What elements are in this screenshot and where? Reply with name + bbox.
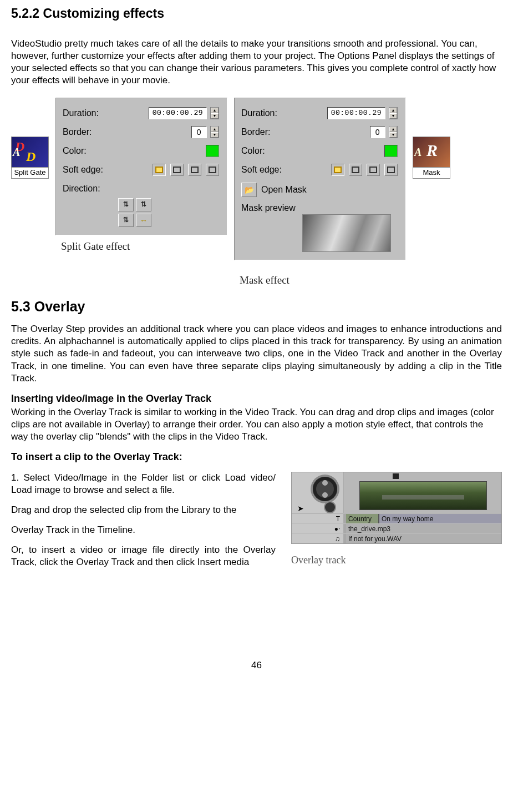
overlay-timeline: ➤ T Country On my way home	[291, 472, 502, 544]
overlay-track-caption: Overlay track	[291, 554, 502, 567]
spinner-up-icon[interactable]: ▲	[211, 108, 219, 113]
music-clip[interactable]: If not for you.WAV	[346, 534, 501, 543]
border-spinner[interactable]: ▲ ▼	[389, 126, 398, 138]
border-label: Border:	[241, 127, 292, 138]
split-gate-panel: Duration: 00:00:00.29 ▲ ▼ Border: 0	[55, 98, 227, 235]
softedge-option-2[interactable]	[170, 164, 184, 176]
spinner-up-icon[interactable]: ▲	[211, 127, 219, 132]
audio-track-icon: ●ᐧ	[292, 524, 344, 533]
duration-label: Duration:	[63, 108, 114, 119]
border-field[interactable]: 0	[191, 126, 207, 138]
thumb-split-gate-label: Split Gate	[11, 168, 49, 179]
para-intro: VideoStudio pretty much takes care of al…	[11, 38, 502, 87]
thumb-mask-image: R A	[413, 137, 450, 168]
spinner-down-icon[interactable]: ▼	[389, 132, 397, 138]
heading-5-2-2: 5.2.2 Customizing effects	[11, 6, 502, 22]
split-gate-caption: Split Gate effect	[55, 240, 227, 254]
para-inserting: Working in the Overlay Track is similar …	[11, 406, 502, 443]
effect-panels-row: D D A Split Gate Duration: 00:00:00.29 ▲…	[11, 98, 502, 287]
step-1: 1. Select Video/Image in the Folder list…	[11, 472, 276, 496]
title-track-row[interactable]: T Country On my way home	[292, 513, 501, 523]
direction-label: Direction:	[63, 183, 114, 195]
playhead-handle-icon[interactable]	[393, 473, 399, 479]
title-clip-a[interactable]: Country	[346, 514, 379, 523]
color-label: Color:	[241, 145, 292, 157]
page-number: 46	[11, 659, 502, 672]
sub-to-insert: To insert a clip to the Overlay Track:	[11, 451, 502, 463]
duration-spinner[interactable]: ▲ ▼	[389, 107, 398, 119]
duration-field[interactable]: 00:00:00.29	[327, 107, 385, 119]
title-track-icon: T	[292, 514, 344, 523]
open-mask-button[interactable]: 📂	[241, 183, 257, 197]
direction-button-2[interactable]	[136, 198, 151, 211]
color-swatch[interactable]	[206, 145, 219, 157]
duration-spinner[interactable]: ▲ ▼	[210, 107, 219, 119]
step-3: Overlay Track in the Timeline.	[11, 524, 276, 536]
thumb-split-gate-image: D D A	[11, 137, 49, 168]
open-mask-label: Open Mask	[261, 184, 307, 196]
softedge-option-4[interactable]	[206, 164, 219, 176]
thumb-split-gate[interactable]: D D A Split Gate	[11, 137, 49, 179]
duration-field[interactable]: 00:00:00.29	[149, 107, 207, 119]
softedge-option-1[interactable]	[153, 164, 166, 176]
spinner-up-icon[interactable]: ▲	[389, 127, 397, 132]
color-label: Color:	[63, 145, 114, 157]
softedge-option-1[interactable]	[331, 164, 344, 176]
direction-button-1[interactable]	[118, 198, 134, 211]
film-reel-small-icon	[325, 502, 335, 512]
thumb-mask[interactable]: R A Mask	[413, 137, 450, 179]
border-label: Border:	[63, 127, 114, 138]
spinner-down-icon[interactable]: ▼	[211, 132, 219, 138]
para-5-3: The Overlay Step provides an additional …	[11, 323, 502, 384]
audio-clip[interactable]: the_drive.mp3	[346, 524, 501, 533]
sub-inserting: Inserting video/image in the Overlay Tra…	[11, 392, 502, 405]
softedge-label: Soft edge:	[63, 164, 114, 176]
softedge-option-3[interactable]	[188, 164, 201, 176]
color-swatch[interactable]	[384, 145, 398, 157]
duration-label: Duration:	[241, 108, 292, 119]
softedge-option-4[interactable]	[384, 164, 398, 176]
video-clip-thumbnail[interactable]	[359, 481, 487, 510]
music-track-row[interactable]: ♫ If not for you.WAV	[292, 533, 501, 543]
softedge-option-3[interactable]	[367, 164, 380, 176]
spinner-down-icon[interactable]: ▼	[389, 113, 397, 119]
spinner-down-icon[interactable]: ▼	[211, 113, 219, 119]
mask-preview-label: Mask preview	[241, 203, 398, 214]
thumb-mask-label: Mask	[413, 168, 450, 179]
mask-preview-image	[302, 214, 391, 252]
music-track-icon: ♫	[292, 534, 344, 543]
softedge-label: Soft edge:	[241, 164, 292, 176]
timeline-ruler[interactable]	[344, 472, 501, 513]
timeline-header-left: ➤	[292, 472, 344, 513]
mask-panel: Duration: 00:00:00.29 ▲ ▼ Border: 0	[234, 98, 406, 260]
step-2: Drag and drop the selected clip from the…	[11, 504, 276, 516]
border-spinner[interactable]: ▲ ▼	[210, 126, 219, 138]
mask-caption: Mask effect	[234, 274, 406, 288]
audio-track-row[interactable]: ●ᐧ the_drive.mp3	[292, 523, 501, 533]
insert-arrow-icon[interactable]: ➤	[297, 503, 304, 513]
direction-button-3[interactable]	[118, 214, 134, 227]
border-field[interactable]: 0	[370, 126, 385, 138]
step-4: Or, to insert a video or image file dire…	[11, 544, 276, 568]
spinner-up-icon[interactable]: ▲	[389, 108, 397, 113]
direction-button-4[interactable]	[136, 214, 151, 227]
direction-grid	[118, 198, 219, 227]
softedge-option-2[interactable]	[349, 164, 362, 176]
title-clip-b[interactable]: On my way home	[379, 514, 501, 523]
film-reel-icon	[313, 477, 337, 501]
heading-5-3: 5.3 Overlay	[11, 297, 502, 316]
